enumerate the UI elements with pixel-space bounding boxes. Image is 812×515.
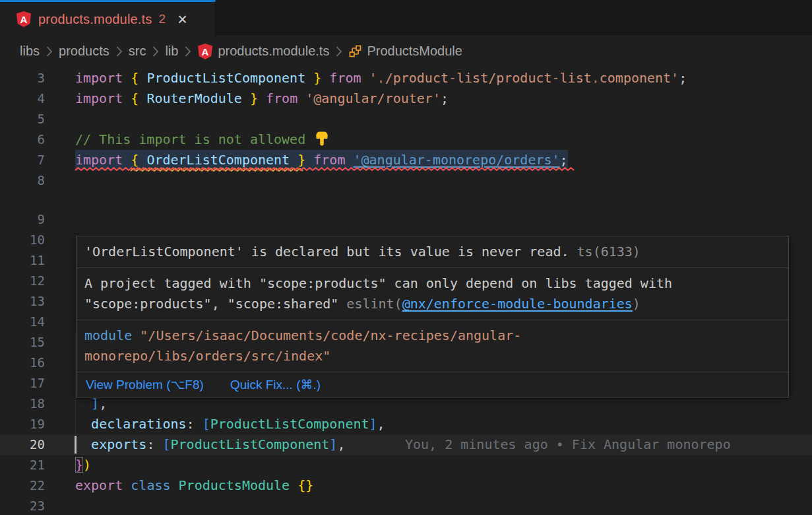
angular-icon: A xyxy=(197,43,213,60)
code-line-7[interactable]: 7import { OrderListComponent } from '@an… xyxy=(0,150,812,170)
line-number: 18 xyxy=(0,394,45,414)
chevron-right-icon xyxy=(152,46,159,57)
code-line-20[interactable]: 20 exports: [ProductListComponent],You, … xyxy=(0,434,812,455)
code-text: import { ProductListComponent } from './… xyxy=(75,68,687,88)
breadcrumb-item-products[interactable]: products xyxy=(59,44,109,59)
line-number: 11 xyxy=(0,250,45,271)
code-line-5[interactable]: 5 xyxy=(0,109,812,129)
line-number: 5 xyxy=(0,109,45,129)
line-number: 10 xyxy=(0,230,45,250)
line-number: 16 xyxy=(0,353,45,373)
line-number: 22 xyxy=(0,475,45,496)
line-number: 21 xyxy=(0,455,45,475)
chevron-right-icon xyxy=(184,46,191,57)
text-cursor xyxy=(75,436,77,454)
code-text: }) xyxy=(75,455,91,475)
line-number: 13 xyxy=(0,291,45,312)
hover-status-bar: View Problem (⌥F8)Quick Fix... (⌘.) xyxy=(77,372,788,397)
code-text: import { RouterModule } from '@angular/r… xyxy=(75,88,449,109)
close-icon[interactable]: × xyxy=(177,13,187,26)
breadcrumb-item-libs[interactable]: libs xyxy=(20,44,40,59)
pointing-down-emoji xyxy=(315,131,329,147)
code-line-3[interactable]: 3import { ProductListComponent } from '.… xyxy=(0,68,812,88)
line-number: 19 xyxy=(0,414,45,434)
line-number: 6 xyxy=(0,129,45,150)
chevron-right-icon xyxy=(46,46,53,57)
tab-strip: A products.module.ts 2 × xyxy=(0,0,812,36)
code-line-4[interactable]: 4import { RouterModule } from '@angular/… xyxy=(0,88,812,109)
empty-tab-area xyxy=(216,0,812,36)
code-text: export class ProductsModule {} xyxy=(75,475,313,496)
line-number: 14 xyxy=(0,312,45,332)
line-number: 7 xyxy=(0,150,45,170)
code-text: exports: [ProductListComponent], xyxy=(75,434,345,455)
git-blame-annotation: You, 2 minutes ago • Fix Angular monorep… xyxy=(405,434,731,455)
tab-problems-badge: 2 xyxy=(159,12,166,26)
tab-title: products.module.ts xyxy=(38,12,152,27)
line-number: 15 xyxy=(0,332,45,353)
eslint-rule-link[interactable]: @nx/enforce-module-boundaries xyxy=(402,296,633,312)
line-number: 12 xyxy=(0,271,45,291)
code-line-19[interactable]: 19 declarations: [ProductListComponent], xyxy=(0,414,812,434)
line-number: 23 xyxy=(0,496,45,515)
svg-text:A: A xyxy=(202,46,209,57)
hover-message-1: 'OrderListComponent' is declared but its… xyxy=(77,236,788,267)
breadcrumb-item-src[interactable]: src xyxy=(129,44,146,59)
code-editor[interactable]: 3import { ProductListComponent } from '.… xyxy=(0,66,812,515)
chevron-right-icon xyxy=(115,46,123,57)
code-text: // This import is not allowed xyxy=(75,129,329,150)
breadcrumb: libsproductssrclibAproducts.module.tsPro… xyxy=(0,36,812,66)
hover-tooltip: 'OrderListComponent' is declared but its… xyxy=(76,236,789,397)
svg-text:A: A xyxy=(20,14,28,25)
hover-message-3: module "/Users/isaac/Documents/code/nx-r… xyxy=(77,320,788,372)
line-number: 17 xyxy=(0,373,45,394)
line-number: 20 xyxy=(0,434,45,455)
code-text: declarations: [ProductListComponent], xyxy=(75,414,385,434)
line-number: 4 xyxy=(0,88,45,109)
breadcrumb-item-productsmodule[interactable]: ProductsModule xyxy=(348,44,462,59)
hover-message-2: A project tagged with "scope:products" c… xyxy=(77,267,788,320)
breadcrumb-item-lib[interactable]: lib xyxy=(165,44,178,59)
class-icon xyxy=(348,44,362,58)
hover-covered-gap xyxy=(0,191,812,209)
code-line-22[interactable]: 22export class ProductsModule {} xyxy=(0,475,812,496)
quick-fix-action[interactable]: Quick Fix... (⌘.) xyxy=(230,377,321,392)
code-line-8[interactable]: 8 xyxy=(0,170,812,191)
code-line-6[interactable]: 6// This import is not allowed xyxy=(0,129,812,150)
code-line-21[interactable]: 21}) xyxy=(0,455,812,475)
view-problem-action[interactable]: View Problem (⌥F8) xyxy=(86,377,204,392)
code-line-9[interactable]: 9 xyxy=(0,209,812,230)
line-number: 3 xyxy=(0,68,45,88)
angular-file-icon: A xyxy=(16,11,32,28)
breadcrumb-item-products-module-ts[interactable]: Aproducts.module.ts xyxy=(197,43,329,60)
chevron-right-icon xyxy=(335,46,342,57)
line-number: 9 xyxy=(0,209,45,230)
code-line-23[interactable]: 23 xyxy=(0,496,812,515)
line-number: 8 xyxy=(0,170,45,191)
tab-products-module[interactable]: A products.module.ts 2 × xyxy=(0,0,216,36)
